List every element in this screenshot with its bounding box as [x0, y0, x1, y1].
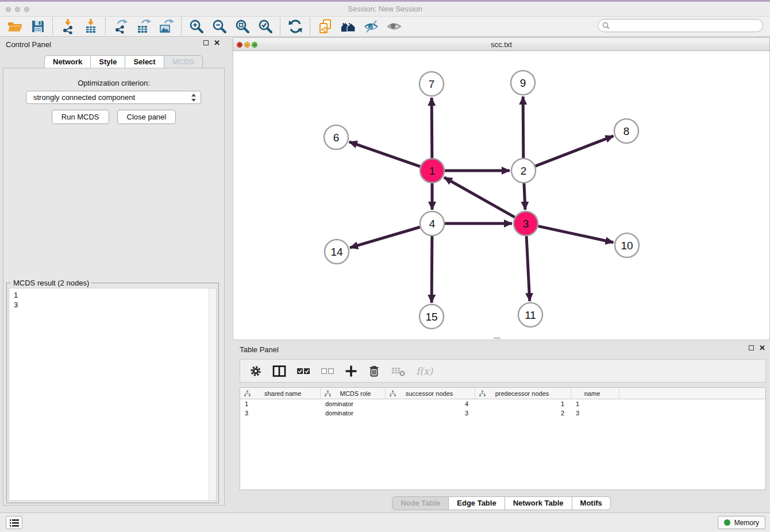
export-image-icon	[159, 18, 175, 34]
tree-icon	[479, 390, 486, 397]
gear-icon[interactable]	[249, 365, 262, 377]
delete-icon[interactable]	[368, 365, 380, 377]
network-view-window: ✕ − + scc.txt 1234678910111415	[233, 37, 770, 340]
task-history-button[interactable]	[6, 516, 22, 529]
tab-edge-table[interactable]: Edge Table	[449, 496, 505, 510]
tab-style[interactable]: Style	[91, 55, 125, 69]
zoom-out-button[interactable]	[208, 17, 231, 36]
tab-motifs[interactable]: Motifs	[572, 496, 611, 510]
toolbar-separator	[105, 18, 106, 35]
save-session-button[interactable]	[26, 17, 49, 36]
graph-node-2[interactable]: 2	[511, 159, 536, 183]
column-header-name[interactable]: name	[571, 388, 619, 399]
deselect-all-icon[interactable]	[321, 365, 334, 377]
refresh-button[interactable]	[284, 17, 307, 36]
network-graph[interactable]: 1234678910111415	[233, 51, 769, 340]
tab-select[interactable]: Select	[125, 55, 164, 69]
graph-node-6[interactable]: 6	[324, 125, 348, 149]
tab-node-table[interactable]: Node Table	[392, 496, 449, 510]
run-mcds-button[interactable]: Run MCDS	[52, 110, 109, 124]
result-line: 1	[9, 290, 216, 300]
close-panel-icon[interactable]: ✕	[759, 345, 765, 351]
close-panel-icon[interactable]: ✕	[214, 40, 220, 46]
svg-text:10: 10	[621, 240, 633, 252]
float-panel-icon[interactable]	[203, 40, 209, 45]
graph-node-1[interactable]: 1	[420, 159, 444, 183]
result-scrollbar[interactable]	[209, 288, 216, 500]
import-network-button[interactable]	[56, 17, 79, 36]
svg-text:15: 15	[425, 311, 437, 323]
main-area: Control Panel ✕ Network Style Select MCD…	[0, 37, 770, 513]
graph-edge-3-1[interactable]	[444, 178, 515, 217]
column-header-successor-nodes[interactable]: successor nodes	[386, 388, 475, 399]
houses-button[interactable]	[337, 17, 360, 36]
close-panel-button[interactable]: Close panel	[117, 110, 176, 124]
graph-node-7[interactable]: 7	[419, 72, 444, 96]
fit-content-button[interactable]	[231, 17, 254, 36]
search-input[interactable]	[613, 21, 763, 30]
delete-column-icon[interactable]	[391, 365, 406, 377]
network-window-titlebar[interactable]: ✕ − + scc.txt	[233, 37, 770, 51]
open-session-button[interactable]	[3, 17, 26, 36]
graph-node-14[interactable]: 14	[325, 240, 349, 264]
tree-icon	[244, 390, 251, 397]
tab-mcds[interactable]: MCDS	[164, 55, 203, 69]
node-table[interactable]: shared name MCDS role successor nodes pr…	[240, 387, 766, 490]
search-field[interactable]	[598, 19, 763, 32]
graph-edge-1-6[interactable]	[349, 142, 421, 167]
table-panel-title: Table Panel	[240, 345, 279, 354]
tab-network[interactable]: Network	[44, 55, 91, 69]
show-hidden-button[interactable]	[383, 17, 406, 36]
graph-edge-1-7[interactable]	[432, 98, 432, 158]
graph-node-10[interactable]: 10	[615, 233, 639, 257]
columns-icon[interactable]	[272, 365, 286, 377]
export-image-button[interactable]	[155, 17, 178, 36]
memory-button[interactable]: Memory	[718, 516, 765, 529]
svg-text:1: 1	[429, 165, 436, 177]
zoom-in-button[interactable]	[185, 17, 208, 36]
network-canvas[interactable]: 1234678910111415	[233, 51, 770, 340]
graph-node-4[interactable]: 4	[420, 211, 444, 236]
float-panel-icon[interactable]	[749, 345, 754, 350]
clone-network-button[interactable]	[314, 17, 337, 36]
export-table-button[interactable]	[132, 17, 155, 36]
session-title: Session: New Session	[0, 5, 770, 13]
mcds-result-list[interactable]: 1 3	[9, 288, 217, 501]
control-panel-tabs: Network Style Select MCDS	[44, 55, 203, 69]
select-all-icon[interactable]	[297, 365, 310, 377]
export-network-button[interactable]	[109, 17, 132, 36]
criterion-value: strongly connected component	[33, 93, 135, 102]
zoom-in-icon	[188, 18, 205, 34]
graph-edge-3-11[interactable]	[526, 236, 530, 301]
svg-text:2: 2	[521, 165, 527, 177]
graph-edge-2-9[interactable]	[523, 97, 523, 158]
import-table-button[interactable]	[79, 17, 102, 36]
tab-network-table[interactable]: Network Table	[505, 496, 572, 510]
graph-node-11[interactable]: 11	[518, 303, 542, 327]
graph-node-8[interactable]: 8	[614, 119, 638, 143]
control-panel-window-buttons: ✕	[203, 40, 220, 46]
graph-node-3[interactable]: 3	[514, 211, 538, 236]
canvas-scroll-nub[interactable]	[494, 337, 500, 339]
graph-edge-2-3[interactable]	[524, 183, 525, 210]
graph-node-15[interactable]: 15	[419, 304, 444, 329]
table-row[interactable]: 1 dominator 4 1 1	[240, 399, 765, 408]
column-header-shared-name[interactable]: shared name	[240, 388, 321, 399]
criterion-select[interactable]: strongly connected component	[26, 91, 201, 104]
graph-edge-4-15[interactable]	[432, 236, 432, 303]
graph-edge-3-10[interactable]	[538, 226, 614, 242]
clone-network-icon	[317, 18, 333, 34]
table-panel-tabs: Node Table Edge Table Network Table Moti…	[233, 496, 770, 510]
zoom-selected-button[interactable]	[254, 17, 277, 36]
column-header-predecessor-nodes[interactable]: predecessor nodes	[475, 388, 571, 399]
control-panel: Control Panel ✕ Network Style Select MCD…	[0, 37, 228, 513]
graph-edge-4-14[interactable]	[350, 227, 420, 248]
graph-edge-2-8[interactable]	[536, 136, 614, 166]
table-row[interactable]: 3 dominator 3 2 3	[240, 408, 765, 418]
add-icon[interactable]	[345, 365, 357, 377]
column-header-mcds-role[interactable]: MCDS role	[321, 388, 386, 399]
hide-selected-button[interactable]	[360, 17, 383, 36]
import-table-icon	[83, 18, 99, 34]
graph-node-9[interactable]: 9	[511, 71, 535, 95]
function-builder-button[interactable]: f(x)	[416, 365, 433, 377]
